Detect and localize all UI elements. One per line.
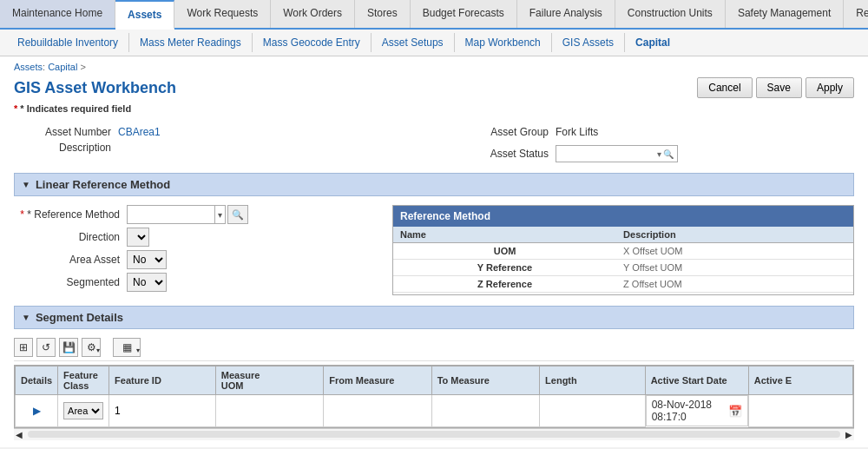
col-feature-class: FeatureClass	[58, 366, 109, 395]
top-navigation: Maintenance Home Assets Work Requests Wo…	[0, 0, 868, 30]
horizontal-scrollbar[interactable]: ◀ ▶	[14, 428, 854, 440]
asset-status-input-wrap: CREATED ▾ 🔍	[556, 145, 678, 162]
asset-number-value[interactable]: CBArea1	[118, 126, 161, 138]
asset-status-input[interactable]: CREATED	[560, 148, 655, 160]
col-active-end: Active E	[748, 366, 852, 395]
col-from-measure: From Measure	[324, 366, 431, 395]
main-content: Asset Number CBArea1 Description Asset G…	[0, 119, 868, 447]
settings-icon[interactable]: ⚙ ▾	[82, 338, 101, 357]
cancel-button[interactable]: Cancel	[697, 77, 752, 98]
subnav-map-workbench[interactable]: Map Workbench	[455, 33, 552, 52]
cell-from-measure[interactable]	[324, 395, 431, 427]
breadcrumb: Assets: Capital >	[0, 56, 868, 74]
segmented-row: Segmented No Yes	[14, 273, 378, 292]
segment-details-section-header: ▼ Segment Details	[14, 306, 854, 329]
nav-work-requests[interactable]: Work Requests	[174, 0, 271, 28]
ref-row3-col2: Z Offset UOM	[616, 276, 853, 293]
active-start-date-value: 08-Nov-2018 08:17:0	[652, 399, 727, 423]
status-search-icon[interactable]: 🔍	[663, 149, 674, 159]
description-label: Description	[14, 142, 118, 154]
subnav-capital[interactable]: Capital	[625, 33, 681, 52]
ref-row1-col1: UOM	[393, 243, 616, 260]
ref-row2-col1: Y Reference	[393, 260, 616, 276]
subnav-mass-geocode-entry[interactable]: Mass Geocode Entry	[253, 33, 372, 52]
ref-row2-col2: Y Offset UOM	[616, 260, 853, 276]
calendar-icon[interactable]: 📅	[728, 405, 742, 418]
asset-number-row: Asset Number CBArea1	[14, 126, 417, 138]
subnav-asset-setups[interactable]: Asset Setups	[372, 33, 455, 52]
nav-reports[interactable]: Reports	[844, 0, 868, 28]
nav-maintenance-home[interactable]: Maintenance Home	[0, 0, 115, 28]
feature-id-input[interactable]	[115, 405, 210, 417]
ref-method-search-button[interactable]: 🔍	[227, 205, 248, 224]
cell-to-measure[interactable]	[431, 395, 539, 427]
cell-feature-id[interactable]	[109, 395, 216, 427]
ref-method-star: *	[20, 208, 24, 221]
segment-data-table: Details FeatureClass Feature ID MeasureU…	[15, 366, 853, 427]
ref-method-input[interactable]	[128, 208, 214, 221]
subnav-rebuildable-inventory[interactable]: Rebuildable Inventory	[7, 33, 129, 52]
page-header: GIS Asset Workbench Cancel Save Apply	[0, 74, 868, 102]
segment-details-title: Segment Details	[36, 311, 123, 324]
breadcrumb-current[interactable]: Capital	[48, 62, 77, 72]
section-toggle-segment[interactable]: ▼	[22, 313, 30, 322]
status-arrow-icon[interactable]: ▾	[657, 149, 661, 159]
ref-method-arrow-icon[interactable]: ▾	[214, 206, 225, 223]
asset-form: Asset Number CBArea1 Description Asset G…	[14, 126, 854, 166]
segment-table-scroll[interactable]: Details FeatureClass Feature ID MeasureU…	[14, 365, 854, 428]
scroll-left-button[interactable]: ◀	[14, 430, 24, 439]
subnav-gis-assets[interactable]: GIS Assets	[552, 33, 625, 52]
col-details: Details	[16, 366, 58, 395]
active-end-input[interactable]	[754, 405, 847, 417]
col-to-measure: To Measure	[431, 366, 539, 395]
ref-table-row-3: Z Reference Z Offset UOM	[393, 276, 853, 293]
ref-method-table-header: Reference Method	[393, 206, 853, 227]
from-measure-input[interactable]	[329, 405, 425, 417]
nav-safety-management[interactable]: Safety Management	[726, 0, 844, 28]
cell-feature-class[interactable]: Area	[58, 395, 109, 427]
cell-active-end[interactable]	[748, 395, 852, 427]
segmented-select[interactable]: No Yes	[127, 273, 167, 292]
nav-budget-forecasts[interactable]: Budget Forecasts	[411, 0, 517, 28]
save-button[interactable]: Save	[756, 77, 802, 98]
ref-row3-col1: Z Reference	[393, 276, 616, 293]
ref-row1-col2: X Offset UOM	[616, 243, 853, 260]
ref-method-row: * * Reference Method ▾ 🔍	[14, 205, 378, 224]
segmented-label: Segmented	[14, 276, 127, 288]
area-asset-select[interactable]: No Yes	[127, 250, 167, 269]
nav-stores[interactable]: Stores	[355, 0, 411, 28]
ref-table-row-1: UOM X Offset UOM	[393, 243, 853, 260]
save-row-icon[interactable]: 💾	[59, 338, 78, 357]
measure-uom-input[interactable]	[221, 405, 318, 417]
col-length: Length	[540, 366, 646, 395]
breadcrumb-parent[interactable]: Assets	[14, 62, 43, 72]
nav-assets[interactable]: Assets	[115, 0, 174, 30]
asset-status-label: Asset Status	[451, 148, 556, 160]
ref-table-row-2: Y Reference Y Offset UOM	[393, 260, 853, 276]
direction-select[interactable]	[127, 228, 149, 247]
nav-construction-units[interactable]: Construction Units	[615, 0, 726, 28]
col-feature-id: Feature ID	[109, 366, 216, 395]
cell-length[interactable]	[540, 395, 646, 427]
refresh-icon[interactable]: ↺	[36, 338, 56, 357]
required-note: * * Indicates required field	[0, 102, 868, 119]
expand-rows-icon[interactable]: ⊞	[14, 338, 33, 357]
subnav-mass-meter-readings[interactable]: Mass Meter Readings	[129, 33, 253, 52]
feature-class-select[interactable]: Area	[63, 402, 103, 419]
cell-measure-uom[interactable]	[215, 395, 323, 427]
apply-button[interactable]: Apply	[806, 77, 854, 98]
linear-ref-left-form: * * Reference Method ▾ 🔍 Direction	[14, 205, 378, 295]
nav-work-orders[interactable]: Work Orders	[271, 0, 355, 28]
columns-icon[interactable]: ▦ ▾	[113, 338, 141, 357]
row-expand-button[interactable]: ▶	[16, 395, 58, 427]
section-toggle-linear[interactable]: ▼	[22, 180, 30, 189]
scroll-right-button[interactable]: ▶	[844, 430, 854, 439]
cell-active-start-date[interactable]: 08-Nov-2018 08:17:0 📅	[646, 395, 748, 426]
segment-toolbar: ⊞ ↺ 💾 ⚙ ▾ ▦ ▾	[14, 334, 854, 361]
scroll-track[interactable]	[28, 431, 840, 438]
length-input[interactable]	[545, 405, 640, 417]
ref-table-col-name: Name	[393, 227, 616, 243]
nav-failure-analysis[interactable]: Failure Analysis	[517, 0, 615, 28]
asset-group-value: Fork Lifts	[556, 126, 598, 138]
to-measure-input[interactable]	[437, 405, 534, 417]
